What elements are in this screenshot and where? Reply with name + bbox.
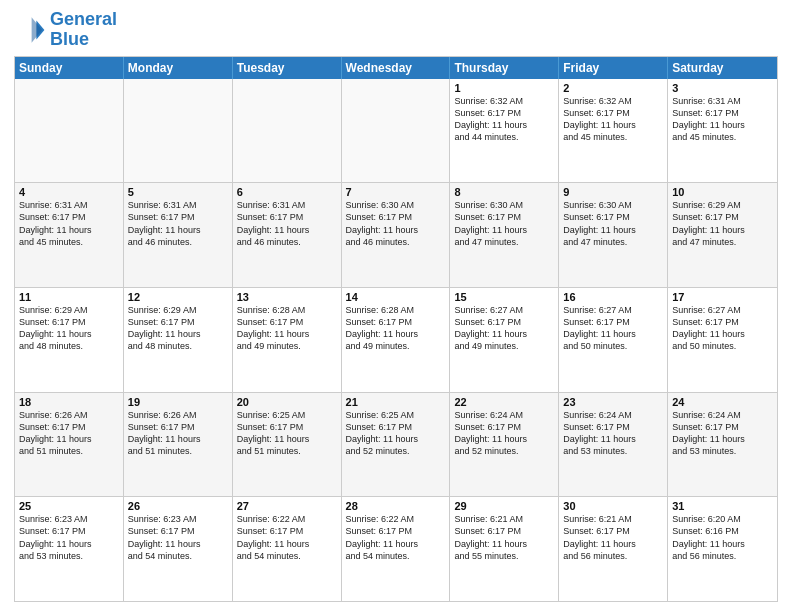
cell-info: Sunrise: 6:22 AM Sunset: 6:17 PM Dayligh… xyxy=(346,513,446,562)
calendar-body: 1Sunrise: 6:32 AM Sunset: 6:17 PM Daylig… xyxy=(15,79,777,601)
calendar-row: 4Sunrise: 6:31 AM Sunset: 6:17 PM Daylig… xyxy=(15,182,777,287)
day-number: 24 xyxy=(672,396,773,408)
cell-info: Sunrise: 6:26 AM Sunset: 6:17 PM Dayligh… xyxy=(128,409,228,458)
day-number: 13 xyxy=(237,291,337,303)
cell-info: Sunrise: 6:29 AM Sunset: 6:17 PM Dayligh… xyxy=(19,304,119,353)
day-number: 28 xyxy=(346,500,446,512)
cell-info: Sunrise: 6:30 AM Sunset: 6:17 PM Dayligh… xyxy=(454,199,554,248)
calendar-cell: 7Sunrise: 6:30 AM Sunset: 6:17 PM Daylig… xyxy=(342,183,451,287)
day-number: 21 xyxy=(346,396,446,408)
day-number: 23 xyxy=(563,396,663,408)
calendar-cell: 3Sunrise: 6:31 AM Sunset: 6:17 PM Daylig… xyxy=(668,79,777,183)
calendar-cell: 28Sunrise: 6:22 AM Sunset: 6:17 PM Dayli… xyxy=(342,497,451,601)
calendar-cell: 9Sunrise: 6:30 AM Sunset: 6:17 PM Daylig… xyxy=(559,183,668,287)
cell-info: Sunrise: 6:25 AM Sunset: 6:17 PM Dayligh… xyxy=(237,409,337,458)
calendar-row: 1Sunrise: 6:32 AM Sunset: 6:17 PM Daylig… xyxy=(15,79,777,183)
cell-info: Sunrise: 6:22 AM Sunset: 6:17 PM Dayligh… xyxy=(237,513,337,562)
calendar-row: 25Sunrise: 6:23 AM Sunset: 6:17 PM Dayli… xyxy=(15,496,777,601)
day-number: 30 xyxy=(563,500,663,512)
cell-info: Sunrise: 6:28 AM Sunset: 6:17 PM Dayligh… xyxy=(237,304,337,353)
day-number: 4 xyxy=(19,186,119,198)
calendar-cell: 18Sunrise: 6:26 AM Sunset: 6:17 PM Dayli… xyxy=(15,393,124,497)
day-number: 31 xyxy=(672,500,773,512)
calendar: SundayMondayTuesdayWednesdayThursdayFrid… xyxy=(14,56,778,602)
cell-info: Sunrise: 6:25 AM Sunset: 6:17 PM Dayligh… xyxy=(346,409,446,458)
day-number: 18 xyxy=(19,396,119,408)
day-number: 6 xyxy=(237,186,337,198)
calendar-cell: 15Sunrise: 6:27 AM Sunset: 6:17 PM Dayli… xyxy=(450,288,559,392)
day-number: 10 xyxy=(672,186,773,198)
calendar-cell: 6Sunrise: 6:31 AM Sunset: 6:17 PM Daylig… xyxy=(233,183,342,287)
calendar-cell: 26Sunrise: 6:23 AM Sunset: 6:17 PM Dayli… xyxy=(124,497,233,601)
day-number: 27 xyxy=(237,500,337,512)
logo-icon xyxy=(14,14,46,46)
calendar-cell: 31Sunrise: 6:20 AM Sunset: 6:16 PM Dayli… xyxy=(668,497,777,601)
logo: General Blue xyxy=(14,10,117,50)
cell-info: Sunrise: 6:29 AM Sunset: 6:17 PM Dayligh… xyxy=(128,304,228,353)
calendar-cell: 19Sunrise: 6:26 AM Sunset: 6:17 PM Dayli… xyxy=(124,393,233,497)
day-number: 14 xyxy=(346,291,446,303)
day-number: 11 xyxy=(19,291,119,303)
day-number: 9 xyxy=(563,186,663,198)
empty-cell xyxy=(233,79,342,183)
cell-info: Sunrise: 6:28 AM Sunset: 6:17 PM Dayligh… xyxy=(346,304,446,353)
cell-info: Sunrise: 6:21 AM Sunset: 6:17 PM Dayligh… xyxy=(454,513,554,562)
day-number: 22 xyxy=(454,396,554,408)
calendar-cell: 25Sunrise: 6:23 AM Sunset: 6:17 PM Dayli… xyxy=(15,497,124,601)
weekday-header: Thursday xyxy=(450,57,559,79)
cell-info: Sunrise: 6:31 AM Sunset: 6:17 PM Dayligh… xyxy=(19,199,119,248)
calendar-cell: 1Sunrise: 6:32 AM Sunset: 6:17 PM Daylig… xyxy=(450,79,559,183)
cell-info: Sunrise: 6:27 AM Sunset: 6:17 PM Dayligh… xyxy=(672,304,773,353)
calendar-cell: 13Sunrise: 6:28 AM Sunset: 6:17 PM Dayli… xyxy=(233,288,342,392)
calendar-cell: 22Sunrise: 6:24 AM Sunset: 6:17 PM Dayli… xyxy=(450,393,559,497)
day-number: 19 xyxy=(128,396,228,408)
day-number: 3 xyxy=(672,82,773,94)
weekday-header: Saturday xyxy=(668,57,777,79)
empty-cell xyxy=(342,79,451,183)
cell-info: Sunrise: 6:24 AM Sunset: 6:17 PM Dayligh… xyxy=(454,409,554,458)
cell-info: Sunrise: 6:27 AM Sunset: 6:17 PM Dayligh… xyxy=(563,304,663,353)
day-number: 2 xyxy=(563,82,663,94)
calendar-cell: 23Sunrise: 6:24 AM Sunset: 6:17 PM Dayli… xyxy=(559,393,668,497)
logo-text: General Blue xyxy=(50,10,117,50)
weekday-header: Friday xyxy=(559,57,668,79)
cell-info: Sunrise: 6:32 AM Sunset: 6:17 PM Dayligh… xyxy=(563,95,663,144)
calendar-cell: 8Sunrise: 6:30 AM Sunset: 6:17 PM Daylig… xyxy=(450,183,559,287)
day-number: 20 xyxy=(237,396,337,408)
day-number: 29 xyxy=(454,500,554,512)
day-number: 1 xyxy=(454,82,554,94)
weekday-header: Wednesday xyxy=(342,57,451,79)
calendar-cell: 11Sunrise: 6:29 AM Sunset: 6:17 PM Dayli… xyxy=(15,288,124,392)
cell-info: Sunrise: 6:31 AM Sunset: 6:17 PM Dayligh… xyxy=(672,95,773,144)
day-number: 16 xyxy=(563,291,663,303)
cell-info: Sunrise: 6:31 AM Sunset: 6:17 PM Dayligh… xyxy=(128,199,228,248)
weekday-header: Monday xyxy=(124,57,233,79)
day-number: 26 xyxy=(128,500,228,512)
calendar-row: 18Sunrise: 6:26 AM Sunset: 6:17 PM Dayli… xyxy=(15,392,777,497)
calendar-cell: 16Sunrise: 6:27 AM Sunset: 6:17 PM Dayli… xyxy=(559,288,668,392)
cell-info: Sunrise: 6:31 AM Sunset: 6:17 PM Dayligh… xyxy=(237,199,337,248)
calendar-cell: 20Sunrise: 6:25 AM Sunset: 6:17 PM Dayli… xyxy=(233,393,342,497)
cell-info: Sunrise: 6:26 AM Sunset: 6:17 PM Dayligh… xyxy=(19,409,119,458)
calendar-cell: 17Sunrise: 6:27 AM Sunset: 6:17 PM Dayli… xyxy=(668,288,777,392)
cell-info: Sunrise: 6:27 AM Sunset: 6:17 PM Dayligh… xyxy=(454,304,554,353)
calendar-cell: 2Sunrise: 6:32 AM Sunset: 6:17 PM Daylig… xyxy=(559,79,668,183)
day-number: 8 xyxy=(454,186,554,198)
calendar-cell: 30Sunrise: 6:21 AM Sunset: 6:17 PM Dayli… xyxy=(559,497,668,601)
calendar-cell: 24Sunrise: 6:24 AM Sunset: 6:17 PM Dayli… xyxy=(668,393,777,497)
calendar-cell: 4Sunrise: 6:31 AM Sunset: 6:17 PM Daylig… xyxy=(15,183,124,287)
cell-info: Sunrise: 6:30 AM Sunset: 6:17 PM Dayligh… xyxy=(563,199,663,248)
day-number: 5 xyxy=(128,186,228,198)
cell-info: Sunrise: 6:32 AM Sunset: 6:17 PM Dayligh… xyxy=(454,95,554,144)
empty-cell xyxy=(124,79,233,183)
calendar-cell: 12Sunrise: 6:29 AM Sunset: 6:17 PM Dayli… xyxy=(124,288,233,392)
day-number: 15 xyxy=(454,291,554,303)
cell-info: Sunrise: 6:30 AM Sunset: 6:17 PM Dayligh… xyxy=(346,199,446,248)
cell-info: Sunrise: 6:21 AM Sunset: 6:17 PM Dayligh… xyxy=(563,513,663,562)
day-number: 17 xyxy=(672,291,773,303)
day-number: 12 xyxy=(128,291,228,303)
page: General Blue SundayMondayTuesdayWednesda… xyxy=(0,0,792,612)
calendar-cell: 14Sunrise: 6:28 AM Sunset: 6:17 PM Dayli… xyxy=(342,288,451,392)
calendar-cell: 29Sunrise: 6:21 AM Sunset: 6:17 PM Dayli… xyxy=(450,497,559,601)
cell-info: Sunrise: 6:24 AM Sunset: 6:17 PM Dayligh… xyxy=(563,409,663,458)
